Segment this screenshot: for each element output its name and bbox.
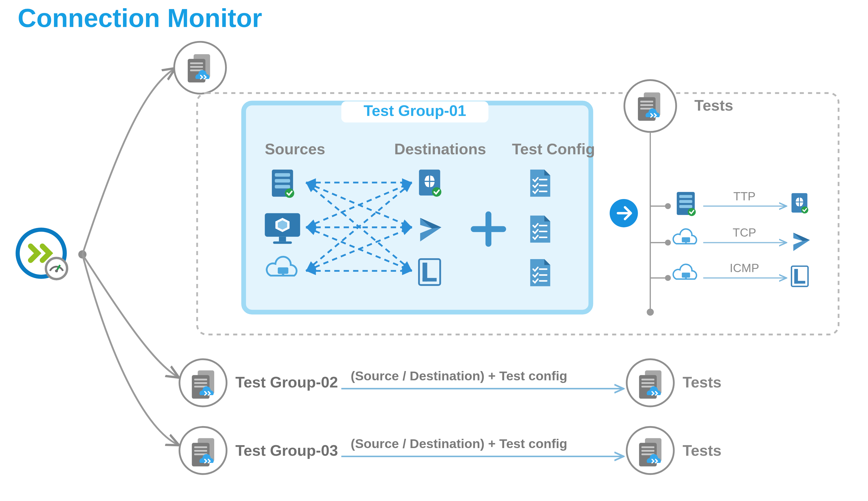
source-server-icon	[272, 170, 294, 198]
group2-tests-label: Tests	[683, 374, 722, 391]
root-monitor-icon	[18, 230, 67, 279]
test-row-1: TTP	[650, 190, 808, 216]
group2-line-label: (Source / Destination) + Test config	[351, 369, 567, 383]
col-sources: Sources	[265, 140, 325, 158]
config-icon-3	[530, 259, 550, 286]
group3-tests-label: Tests	[683, 442, 722, 459]
config-icon-2	[530, 215, 550, 243]
group3-label: Test Group-03	[235, 442, 338, 459]
branch-to-group2	[83, 254, 178, 377]
svg-text:TCP: TCP	[733, 226, 756, 239]
tests-heading: Tests	[694, 97, 733, 114]
branch-to-group3	[83, 254, 178, 445]
svg-text:ICMP: ICMP	[730, 262, 759, 275]
group1-title: Test Group-01	[364, 102, 466, 119]
col-destinations: Destinations	[394, 140, 486, 158]
dest-globe-icon	[419, 170, 441, 196]
test-row-2: TCP	[650, 226, 810, 251]
config-icon-1	[530, 170, 550, 196]
svg-point-36	[647, 309, 654, 316]
group2-label: Test Group-02	[235, 374, 338, 391]
svg-point-38	[665, 203, 671, 209]
col-config: Test Config	[512, 140, 595, 158]
svg-point-42	[665, 240, 671, 246]
svg-text:TTP: TTP	[733, 190, 756, 203]
test-row-3: ICMP	[650, 262, 808, 286]
group3-line-label: (Source / Destination) + Test config	[351, 436, 567, 451]
arrow-to-tests-icon	[609, 199, 638, 227]
svg-point-46	[665, 275, 671, 281]
branch-to-group1	[83, 69, 174, 254]
page-title: Connection Monitor	[18, 3, 262, 33]
